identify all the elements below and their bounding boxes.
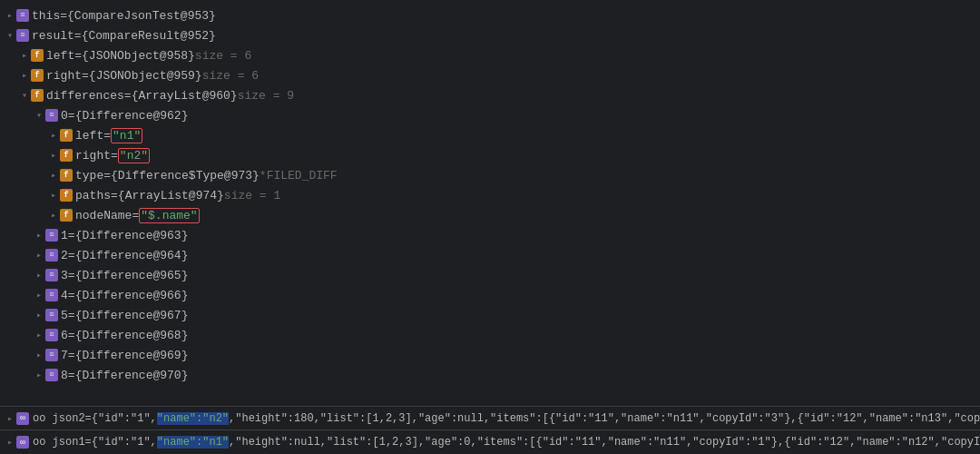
highlight-box-diff0-left: "n1" — [111, 128, 142, 143]
op-right: = — [82, 69, 89, 83]
op-diff6: = — [68, 329, 75, 342]
json1-row: ∞ oo json1 = {"id":"1", "name":"n1" ,"he… — [0, 430, 980, 454]
tree-row-left[interactable]: fleft = {JSONObject@958} size = 6 — [0, 45, 980, 65]
expand-arrow-left[interactable] — [18, 49, 31, 62]
class-name-diff5: {Difference@967} — [75, 309, 189, 322]
expand-arrow-diff0-type[interactable] — [47, 169, 60, 182]
json1-suffix: ,"height":null,"list":[1,2,3],"age":0,"i… — [229, 436, 980, 449]
str-val-diff0-nodeName: "$.name" — [141, 209, 197, 222]
expand-arrow-diff0-paths[interactable] — [47, 189, 60, 202]
tree-row-diff0-left[interactable]: fleft = "n1" — [0, 125, 980, 145]
class-name-differences: {ArrayList@960} — [132, 89, 238, 103]
json2-icon: ∞ — [16, 412, 29, 425]
op-diff0-left: = — [103, 129, 111, 143]
tree-row-diff5[interactable]: ≡5 = {Difference@967} — [0, 305, 980, 325]
expand-arrow-diff4[interactable] — [33, 289, 45, 301]
obj-icon-result: ≡ — [16, 29, 29, 42]
tree-row-diff7[interactable]: ≡7 = {Difference@969} — [0, 345, 980, 365]
expand-arrow-diff7[interactable] — [33, 349, 45, 361]
tree-row-diff4[interactable]: ≡4 = {Difference@966} — [0, 285, 980, 305]
expand-arrow-result[interactable] — [4, 29, 16, 42]
obj-icon-left: f — [31, 49, 44, 62]
tree-row-result[interactable]: ≡result = {CompareResult@952} — [0, 25, 980, 45]
tree-row-diff0-nodeName[interactable]: fnodeName = "$.name" — [0, 205, 980, 225]
var-name-diff7: 7 — [61, 349, 68, 362]
tree-row-diff3[interactable]: ≡3 = {Difference@965} — [0, 265, 980, 285]
var-name-result: result — [32, 29, 74, 43]
str-val-diff0-right: "n2" — [120, 149, 148, 163]
expand-arrow-differences[interactable] — [18, 89, 31, 102]
expand-arrow-diff3[interactable] — [33, 269, 45, 281]
tree-row-diff0-right[interactable]: fright = "n2" — [0, 145, 980, 165]
expand-arrow-diff2[interactable] — [33, 249, 45, 262]
obj-icon-diff0: ≡ — [45, 109, 58, 122]
obj-icon-diff5: ≡ — [45, 309, 58, 321]
expand-arrow-diff0-nodeName[interactable] — [47, 209, 60, 222]
var-name-diff0-type: type — [75, 169, 103, 183]
obj-icon-differences: f — [31, 89, 44, 102]
class-name-diff4: {Difference@966} — [75, 289, 189, 302]
tree-row-diff0[interactable]: ≡0 = {Difference@962} — [0, 105, 980, 125]
tree-row-diff0-paths[interactable]: fpaths = {ArrayList@974} size = 1 — [0, 185, 980, 205]
expand-arrow-diff5[interactable] — [33, 309, 45, 321]
class-name-diff7: {Difference@969} — [75, 349, 189, 362]
tree-row-differences[interactable]: fdifferences = {ArrayList@960} size = 9 — [0, 85, 980, 105]
tree-row-diff1[interactable]: ≡1 = {Difference@963} — [0, 225, 980, 245]
expand-arrow-diff0[interactable] — [33, 109, 45, 122]
op-diff0-type: = — [103, 169, 111, 183]
obj-icon-diff2: ≡ — [45, 249, 58, 262]
json1-label: oo json1 — [33, 436, 85, 449]
var-name-diff2: 2 — [61, 249, 68, 262]
meta-diff0-paths: size = 1 — [224, 189, 280, 202]
expand-arrow-this[interactable] — [4, 9, 16, 22]
json2-row: ∞ oo json2 = {"id":"1", "name":"n2" ,"he… — [0, 407, 980, 430]
tree-row-right[interactable]: fright = {JSONObject@959} size = 6 — [0, 65, 980, 85]
meta-right: size = 6 — [202, 69, 259, 83]
json2-val-prefix: {"id":"1", — [92, 412, 157, 425]
op-diff0-nodeName: = — [132, 209, 139, 222]
json1-icon: ∞ — [16, 436, 29, 449]
var-name-differences: differences — [46, 89, 124, 103]
obj-icon-diff0-right: f — [60, 149, 73, 162]
var-name-diff0-right: right — [75, 149, 111, 163]
json2-expand-arrow[interactable] — [4, 412, 16, 425]
tree-row-diff8[interactable]: ≡8 = {Difference@970} — [0, 365, 980, 385]
obj-icon-diff1: ≡ — [45, 229, 58, 242]
json2-highlighted: "name":"n2" — [157, 412, 229, 425]
class-name-diff2: {Difference@964} — [75, 249, 189, 262]
obj-icon-diff4: ≡ — [45, 289, 58, 301]
var-name-right: right — [46, 69, 82, 83]
obj-icon-right: f — [31, 69, 44, 82]
tree-row-this[interactable]: ≡this = {CompareJsonTest@953} — [0, 5, 980, 25]
class-name-diff1: {Difference@963} — [75, 229, 189, 242]
var-name-diff0-paths: paths — [75, 189, 111, 202]
var-name-diff0: 0 — [61, 109, 68, 123]
expand-arrow-diff0-right[interactable] — [47, 149, 60, 162]
var-name-diff5: 5 — [61, 309, 68, 322]
class-name-right: {JSONObject@959} — [89, 69, 202, 83]
json1-prefix: = — [85, 436, 92, 449]
obj-icon-diff0-nodeName: f — [60, 209, 73, 222]
meta-diff0-type: *FILED_DIFF — [260, 169, 338, 183]
json1-highlighted: "name":"n1" — [157, 436, 229, 449]
tree-row-diff2[interactable]: ≡2 = {Difference@964} — [0, 245, 980, 265]
expand-arrow-right[interactable] — [18, 69, 31, 82]
expand-arrow-diff8[interactable] — [33, 369, 45, 381]
op-diff4: = — [68, 289, 75, 302]
expand-arrow-diff6[interactable] — [33, 329, 45, 341]
class-name-this: {CompareJsonTest@953} — [67, 9, 216, 23]
expand-arrow-diff1[interactable] — [33, 229, 45, 242]
var-name-diff8: 8 — [61, 369, 68, 382]
op-differences: = — [124, 89, 132, 103]
tree-row-diff0-type[interactable]: ftype = {Difference$Type@973} *FILED_DIF… — [0, 165, 980, 185]
op-diff1: = — [68, 229, 75, 242]
json2-suffix: ,"height":180,"list":[1,2,3],"age":null,… — [229, 412, 980, 425]
json1-expand-arrow[interactable] — [4, 436, 16, 449]
var-name-diff0-nodeName: nodeName — [75, 209, 132, 222]
obj-icon-diff0-paths: f — [60, 189, 73, 202]
tree-row-diff6[interactable]: ≡6 = {Difference@968} — [0, 325, 980, 345]
bottom-bar: ∞ oo json2 = {"id":"1", "name":"n2" ,"he… — [0, 406, 980, 454]
expand-arrow-diff0-left[interactable] — [47, 129, 60, 142]
var-name-this: this — [32, 9, 60, 23]
op-left: = — [74, 49, 82, 63]
